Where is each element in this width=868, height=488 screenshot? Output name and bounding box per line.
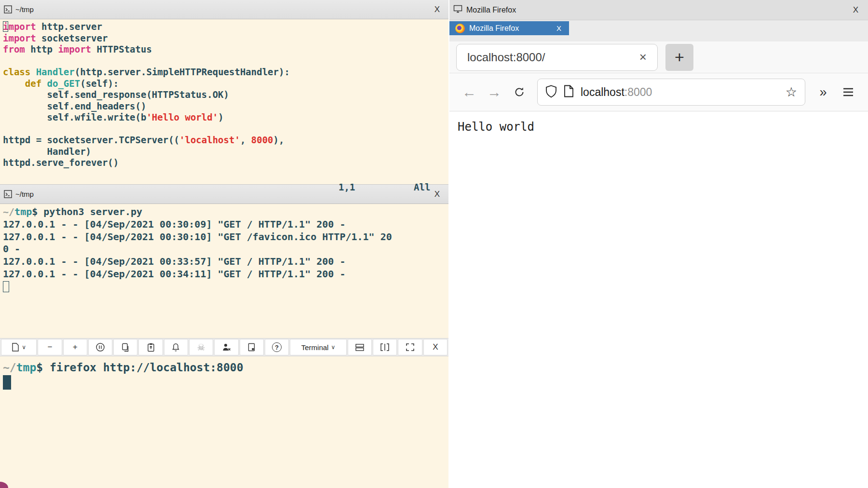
terminal-line: 127.0.0.1 - - [04/Sep/2021 00:30:10] "GE…	[3, 231, 448, 244]
terminal-cursor-line	[3, 375, 448, 391]
vim-terminal-titlebar[interactable]: ~/tmp X	[0, 0, 448, 19]
reload-icon	[513, 86, 526, 98]
terminal-line: 127.0.0.1 - - [04/Sep/2021 00:33:57] "GE…	[3, 256, 448, 268]
url-text[interactable]: localhost:8000	[581, 86, 779, 99]
split-vertical-button[interactable]	[373, 339, 397, 355]
terminal-line: def do_GET(self):	[3, 78, 448, 90]
back-icon: ←	[462, 84, 476, 100]
forward-icon: →	[487, 84, 502, 100]
help-icon: ?	[272, 342, 282, 352]
vim-cursor-position: 1,1	[339, 182, 355, 193]
vim-buffer[interactable]: import http.serverimport socketserverfro…	[0, 19, 448, 184]
terminal-line: from http import HTTPStatus	[3, 44, 448, 55]
terminal-line: self.send_response(HTTPStatus.OK)	[3, 89, 448, 101]
vim-terminal-window: ~/tmp X import http.serverimport sockets…	[0, 0, 448, 185]
help-button[interactable]: ?	[265, 339, 289, 355]
terminal-line: 127.0.0.1 - - [04/Sep/2021 00:34:11] "GE…	[3, 268, 448, 281]
file-icon	[248, 343, 255, 352]
bell-icon	[172, 343, 180, 352]
zoom-out-button[interactable]: −	[38, 339, 62, 355]
terminal-line: self.end_headers()	[3, 101, 448, 112]
browser-tab-label: localhost:8000/	[467, 51, 639, 64]
server-terminal-output[interactable]: ~/tmp$ python3 server.py127.0.0.1 - - [0…	[0, 204, 448, 338]
page-info-icon[interactable]	[564, 85, 574, 99]
copy-icon	[121, 343, 130, 352]
page-body-text: Hello world	[458, 120, 868, 134]
zoom-in-button[interactable]: +	[63, 339, 87, 355]
terminal-cursor	[3, 281, 9, 292]
tab-close-icon[interactable]: X	[555, 24, 563, 32]
terminal-line: 0 -	[3, 243, 448, 256]
split-horizontal-button[interactable]	[348, 339, 372, 355]
reload-button[interactable]	[508, 81, 530, 104]
server-terminal-titlebar[interactable]: ~/tmp X	[0, 185, 448, 204]
terminal-line: import socketserver	[3, 33, 448, 44]
bookmark-star-icon[interactable]: ☆	[786, 84, 797, 100]
chevron-down-icon: ∨	[22, 344, 26, 351]
split-vertical-icon	[380, 343, 390, 352]
fullscreen-button[interactable]	[398, 339, 422, 355]
terminal-cursor-line	[3, 281, 448, 293]
close-icon[interactable]: X	[433, 5, 442, 14]
terminal-line: class Handler(http.server.SimpleHTTPRequ…	[3, 67, 448, 78]
fullscreen-icon	[406, 343, 415, 352]
shield-icon[interactable]	[545, 85, 557, 100]
server-terminal-title: ~/tmp	[15, 190, 429, 198]
session-tab-title: Mozilla Firefox	[469, 24, 550, 33]
user-x-icon	[222, 343, 231, 352]
terminal-line: ~/tmp$ firefox http://localhost:8000	[3, 360, 448, 375]
split-horizontal-icon	[355, 343, 365, 352]
hamburger-icon	[842, 88, 854, 96]
firefox-tab-strip: localhost:8000/ × +	[449, 41, 868, 73]
screen: ~/tmp X import http.serverimport sockets…	[0, 0, 868, 488]
terminal-line: self.wfile.write(b'Hello world')	[3, 112, 448, 123]
terminal-line: 127.0.0.1 - - [04/Sep/2021 00:30:09] "GE…	[3, 218, 448, 231]
terminal-toolbar: ∨ − + ☠	[0, 338, 448, 356]
firefox-titlebar[interactable]: Mozilla Firefox X	[449, 0, 868, 20]
page-content: Hello world	[449, 111, 868, 488]
pause-icon	[95, 342, 105, 352]
server-terminal-window: ~/tmp X ~/tmp$ python3 server.py127.0.0.…	[0, 185, 448, 338]
forward-button[interactable]: →	[483, 81, 505, 104]
shell-terminal[interactable]: ~/tmp$ firefox http://localhost:8000	[0, 356, 448, 391]
xpra-logo-corner	[0, 482, 8, 488]
terminal-line: import http.server	[3, 21, 448, 33]
paste-button[interactable]	[138, 339, 163, 355]
bell-button[interactable]	[164, 339, 188, 355]
overflow-menu-button[interactable]: »	[812, 81, 834, 104]
skull-icon: ☠	[197, 342, 205, 353]
hamburger-menu-button[interactable]	[837, 81, 859, 104]
document-icon	[12, 343, 19, 352]
terminal-desktop-area: ~/tmp X import http.serverimport sockets…	[0, 0, 448, 488]
url-bar[interactable]: localhost:8000 ☆	[537, 79, 805, 106]
tab-close-icon[interactable]: ×	[639, 50, 647, 65]
terminal-select-value: Terminal	[301, 343, 329, 352]
close-icon[interactable]: X	[433, 190, 442, 199]
terminal-icon	[4, 5, 12, 14]
plus-icon: +	[73, 342, 78, 352]
terminal-line: httpd.serve_forever()	[3, 157, 448, 169]
terminal-icon	[4, 190, 12, 198]
new-tab-button[interactable]: +	[665, 44, 693, 71]
back-button[interactable]: ←	[458, 81, 480, 104]
terminal-select[interactable]: Terminal ∨	[290, 339, 347, 355]
copy-button[interactable]	[113, 339, 137, 355]
terminal-line: Handler)	[3, 146, 448, 158]
firefox-nav-toolbar: ← → localhost:8000 ☆ »	[449, 73, 868, 111]
terminal-line: ~/tmp$ python3 server.py	[3, 206, 448, 218]
vim-scroll-position: All	[414, 182, 430, 193]
disconnect-user-button[interactable]	[214, 339, 238, 355]
terminal-line	[3, 55, 448, 67]
close-toolbar-button[interactable]: X	[423, 339, 448, 355]
browser-tab-localhost[interactable]: localhost:8000/ ×	[456, 44, 658, 71]
monitor-icon	[453, 5, 462, 15]
kill-process-button[interactable]: ☠	[189, 339, 213, 355]
close-icon[interactable]: X	[851, 5, 860, 15]
firefox-window-title: Mozilla Firefox	[466, 6, 847, 14]
pause-button[interactable]	[88, 339, 112, 355]
document-view-button[interactable]	[240, 339, 264, 355]
terminal-line: httpd = socketserver.TCPServer(('localho…	[3, 135, 448, 146]
firefox-session-tab[interactable]: Mozilla Firefox X	[449, 21, 569, 35]
new-window-button[interactable]: ∨	[1, 339, 37, 355]
vim-terminal-title: ~/tmp	[15, 5, 429, 14]
